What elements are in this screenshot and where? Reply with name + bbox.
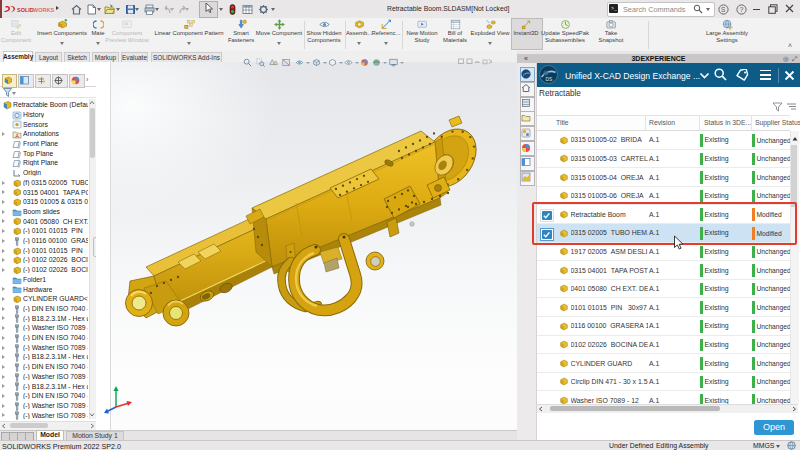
svg-text:?: ? [739,6,743,13]
svg-text:DS: DS [546,76,554,82]
svg-text:S: S [721,6,726,13]
svg-text:WORKS: WORKS [33,7,54,13]
svg-text:SOLID: SOLID [17,7,34,13]
svg-text:A: A [15,133,19,139]
